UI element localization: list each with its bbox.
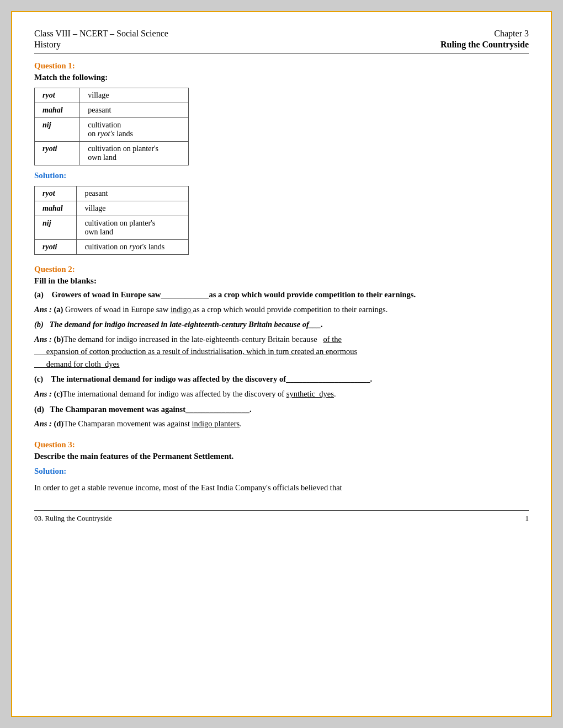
q2-d-text: (d) The Champaran movement was against__… (34, 405, 252, 414)
sol-term-nij: nij (35, 216, 77, 240)
q1-title: Match the following: (34, 73, 529, 82)
table-row: ryoti cultivation on planter'sown land (35, 142, 189, 165)
q3-title: Describe the main features of the Perman… (34, 452, 529, 461)
q3-label: Question 3: (34, 440, 529, 449)
term-mahal: mahal (35, 103, 80, 118)
header-right: Chapter 3 (494, 29, 529, 39)
header-subtitle-left: History (34, 40, 61, 50)
term-ryoti: ryoti (35, 142, 80, 165)
page: Class VIII – NCERT – Social Science Chap… (11, 11, 552, 717)
q2-item-c-question: (c) The international demand for indigo … (34, 373, 529, 386)
q2-item-d-answer: Ans : (d)The Champaran movement was agai… (34, 417, 529, 430)
q2-item-b-answer: Ans : (b)The demand for indigo increased… (34, 333, 529, 370)
footer-left: 03. Ruling the Countryside (34, 514, 112, 523)
q2-label: Question 2: (34, 265, 529, 274)
q1-label: Question 1: (34, 61, 529, 71)
ans-a-underline: indigo (171, 305, 193, 314)
table-row: ryot peasant (35, 186, 189, 201)
q2-item-d-question: (d) The Champaran movement was against__… (34, 404, 529, 416)
ans-c-underline: synthetic dyes (286, 389, 334, 398)
question-2-section: Question 2: Fill in the blanks: (a) Grow… (34, 265, 529, 430)
q2-b-text: (b) The demand for indigo increased in l… (34, 320, 323, 329)
meaning-village: village (80, 88, 189, 103)
sol-meaning-peasant: peasant (77, 186, 189, 201)
q3-solution-text: In order to get a stable revenue income,… (34, 481, 529, 494)
q3-solution-label: Solution: (34, 467, 529, 476)
header-divider (34, 53, 529, 53)
q2-item-a-answer: Ans : (a) Growers of woad in Europe saw … (34, 303, 529, 315)
q2-item-a-question: (a) Growers of woad in Europe saw_______… (34, 289, 529, 301)
q2-item-c-answer: Ans : (c)The international demand for in… (34, 388, 529, 400)
footer-right: 1 (525, 514, 529, 523)
header: Class VIII – NCERT – Social Science Chap… (34, 29, 529, 39)
q2-title: Fill in the blanks: (34, 276, 529, 286)
term-nij: nij (35, 118, 80, 142)
ans-d-underline: indigo planters (192, 419, 240, 428)
footer: 03. Ruling the Countryside 1 (34, 514, 529, 523)
meaning-peasant: peasant (80, 103, 189, 118)
footer-divider (34, 510, 529, 511)
sol-meaning-cultivation-planter: cultivation on planter'sown land (77, 216, 189, 240)
header-left: Class VIII – NCERT – Social Science (34, 29, 168, 39)
meaning-cultivation-ryot: cultivationon ryot's lands (80, 118, 189, 142)
sol-term-mahal: mahal (35, 201, 77, 216)
sol-term-ryoti: ryoti (35, 240, 77, 255)
table-row: ryot village (35, 88, 189, 103)
table-row: nij cultivation on planter'sown land (35, 216, 189, 240)
sol-meaning-cultivation-ryot: cultivation on ryot's lands (77, 240, 189, 255)
term-ryot: ryot (35, 88, 80, 103)
question-1-section: Question 1: Match the following: ryot vi… (34, 61, 529, 255)
table-row: mahal peasant (35, 103, 189, 118)
q1-question-table: ryot village mahal peasant nij cultivati… (34, 88, 189, 165)
header-subtitle-center: Ruling the Countryside (440, 40, 529, 50)
header-subtitle: History Ruling the Countryside (34, 40, 529, 50)
sol-term-ryot: ryot (35, 186, 77, 201)
question-3-section: Question 3: Describe the main features o… (34, 440, 529, 494)
sol-meaning-village: village (77, 201, 189, 216)
table-row: ryoti cultivation on ryot's lands (35, 240, 189, 255)
table-row: nij cultivationon ryot's lands (35, 118, 189, 142)
q1-solution-table: ryot peasant mahal village nij cultivati… (34, 186, 189, 255)
q2-item-b-question: (b) The demand for indigo increased in l… (34, 319, 529, 331)
ans-b-underline: of the expansion of cotton production as… (34, 335, 357, 368)
table-row: mahal village (35, 201, 189, 216)
q2-a-label: (a) Growers of woad in Europe saw_______… (34, 290, 416, 299)
q2-c-text: (c) The international demand for indigo … (34, 374, 372, 383)
q1-solution-label: Solution: (34, 171, 529, 180)
meaning-cultivation-planter: cultivation on planter'sown land (80, 142, 189, 165)
